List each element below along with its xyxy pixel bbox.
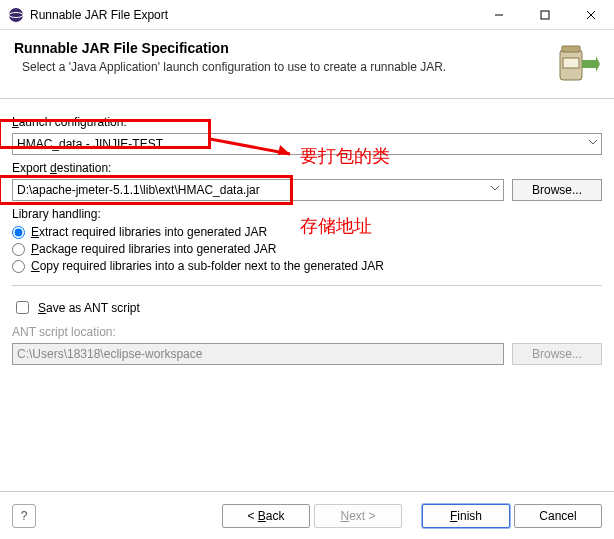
export-dest-label: Export destination: bbox=[12, 161, 602, 175]
page-subtitle: Select a 'Java Application' launch confi… bbox=[22, 60, 552, 74]
radio-copy-label: Copy required libraries into a sub-folde… bbox=[31, 259, 384, 273]
svg-point-0 bbox=[9, 8, 23, 22]
window-title: Runnable JAR File Export bbox=[30, 8, 476, 22]
back-button[interactable]: < Back bbox=[222, 504, 310, 528]
radio-copy[interactable] bbox=[12, 260, 25, 273]
next-button: Next > bbox=[314, 504, 402, 528]
divider bbox=[12, 285, 602, 286]
close-button[interactable] bbox=[568, 0, 614, 30]
cancel-button[interactable]: Cancel bbox=[514, 504, 602, 528]
browse-ant-button: Browse... bbox=[512, 343, 602, 365]
jar-export-icon bbox=[552, 40, 600, 88]
svg-rect-7 bbox=[562, 46, 580, 52]
wizard-header: Runnable JAR File Specification Select a… bbox=[0, 30, 614, 98]
radio-package-label: Package required libraries into generate… bbox=[31, 242, 276, 256]
radio-extract-label: Extract required libraries into generate… bbox=[31, 225, 267, 239]
wizard-footer: ? < Back Next > Finish Cancel bbox=[0, 491, 614, 539]
radio-package[interactable] bbox=[12, 243, 25, 256]
launch-config-dropdown[interactable] bbox=[12, 133, 602, 155]
eclipse-icon bbox=[8, 7, 24, 23]
save-ant-label: Save as ANT script bbox=[38, 301, 140, 315]
minimize-button[interactable] bbox=[476, 0, 522, 30]
maximize-button[interactable] bbox=[522, 0, 568, 30]
content-area: Launch configuration: Export destination… bbox=[0, 98, 614, 375]
svg-rect-3 bbox=[541, 11, 549, 19]
export-dest-field[interactable] bbox=[12, 179, 504, 201]
page-title: Runnable JAR File Specification bbox=[14, 40, 552, 56]
titlebar: Runnable JAR File Export bbox=[0, 0, 614, 30]
ant-location-label: ANT script location: bbox=[12, 325, 602, 339]
svg-rect-8 bbox=[563, 58, 579, 68]
library-handling-label: Library handling: bbox=[12, 207, 602, 221]
svg-marker-9 bbox=[582, 56, 600, 72]
finish-button[interactable]: Finish bbox=[422, 504, 510, 528]
help-button[interactable]: ? bbox=[12, 504, 36, 528]
radio-extract[interactable] bbox=[12, 226, 25, 239]
browse-export-button[interactable]: Browse... bbox=[512, 179, 602, 201]
save-ant-checkbox[interactable] bbox=[16, 301, 29, 314]
ant-location-field bbox=[12, 343, 504, 365]
launch-config-label: Launch configuration: bbox=[12, 115, 602, 129]
